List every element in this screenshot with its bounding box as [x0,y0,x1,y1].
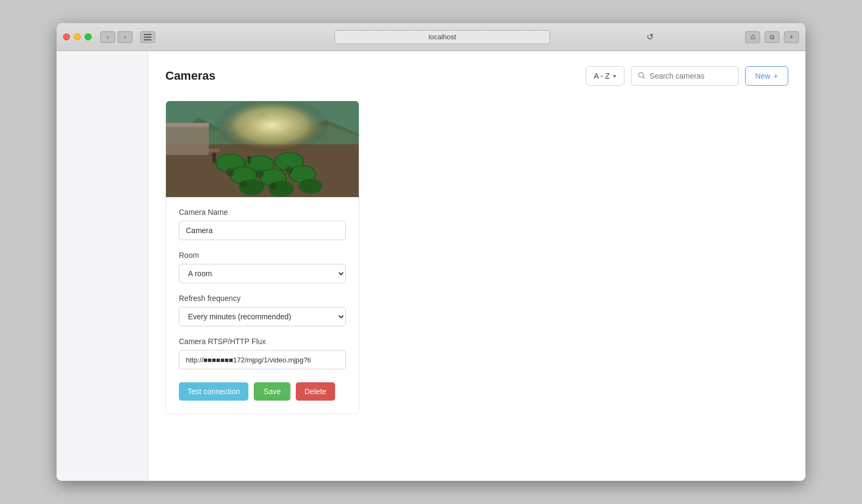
svg-point-32 [212,153,217,157]
new-button[interactable]: New + [745,66,788,86]
camera-name-label: Camera Name [179,208,346,216]
main-area: Cameras A - Z ▾ New + [148,51,805,481]
add-tab-button[interactable]: + [784,31,799,43]
svg-rect-33 [213,157,216,163]
search-input[interactable] [650,72,732,80]
forward-button[interactable]: › [117,31,133,43]
svg-point-34 [247,156,251,159]
action-buttons: Test connection Save Delete [166,382,359,401]
flux-group: Camera RTSP/HTTP Flux [179,337,346,369]
maximize-button[interactable] [85,33,92,40]
page-title: Cameras [165,69,579,83]
reload-button[interactable]: ↺ [646,32,654,42]
svg-rect-35 [248,159,251,164]
new-button-label: New [755,72,770,80]
test-connection-button[interactable]: Test connection [179,382,248,401]
back-button[interactable]: ‹ [100,31,115,43]
search-box [631,66,739,86]
svg-rect-2 [144,39,151,40]
svg-rect-38 [166,149,219,152]
traffic-lights [63,33,92,40]
plus-icon: + [774,72,778,80]
refresh-label: Refresh frequency [179,294,346,303]
tabs-button[interactable]: ⧉ [764,31,780,43]
page-content: Cameras A - Z ▾ New + [57,51,805,481]
svg-line-4 [643,76,645,79]
room-group: Room A room Room 1 Room 2 Outdoor [179,251,346,283]
camera-name-group: Camera Name [179,208,346,240]
refresh-group: Refresh frequency Every minutes (recomme… [179,294,346,326]
refresh-select[interactable]: Every minutes (recommended) Every 5 minu… [179,307,346,326]
svg-rect-37 [166,123,209,127]
title-bar: ‹ › localhost ↺ ⎙ ⧉ + [57,23,805,51]
minimize-button[interactable] [74,33,81,40]
chevron-down-icon: ▾ [613,73,616,80]
svg-point-3 [638,72,643,77]
camera-name-input[interactable] [179,221,346,240]
flux-input[interactable] [179,350,346,369]
sidebar [57,51,148,481]
flux-label: Camera RTSP/HTTP Flux [179,337,346,346]
delete-button[interactable]: Delete [296,382,335,401]
camera-card: Camera Name Room A room Room 1 Room 2 Ou… [165,101,359,414]
save-button[interactable]: Save [254,382,290,401]
share-button[interactable]: ⎙ [745,31,760,43]
sort-button[interactable]: A - Z ▾ [586,66,624,86]
room-select[interactable]: A room Room 1 Room 2 Outdoor [179,264,346,283]
camera-preview [166,101,359,197]
svg-rect-0 [144,34,151,35]
toolbar-right: ⎙ ⧉ + [745,31,799,43]
svg-rect-1 [144,37,151,38]
page-header: Cameras A - Z ▾ New + [165,66,788,86]
address-text: localhost [428,33,456,41]
nav-buttons: ‹ › [100,31,133,43]
close-button[interactable] [63,33,70,40]
camera-form: Camera Name Room A room Room 1 Room 2 Ou… [166,197,359,369]
sidebar-toggle-button[interactable] [140,31,155,43]
search-icon [638,72,645,81]
sort-label: A - Z [594,72,610,80]
room-label: Room [179,251,346,260]
address-bar[interactable]: localhost [335,30,550,44]
